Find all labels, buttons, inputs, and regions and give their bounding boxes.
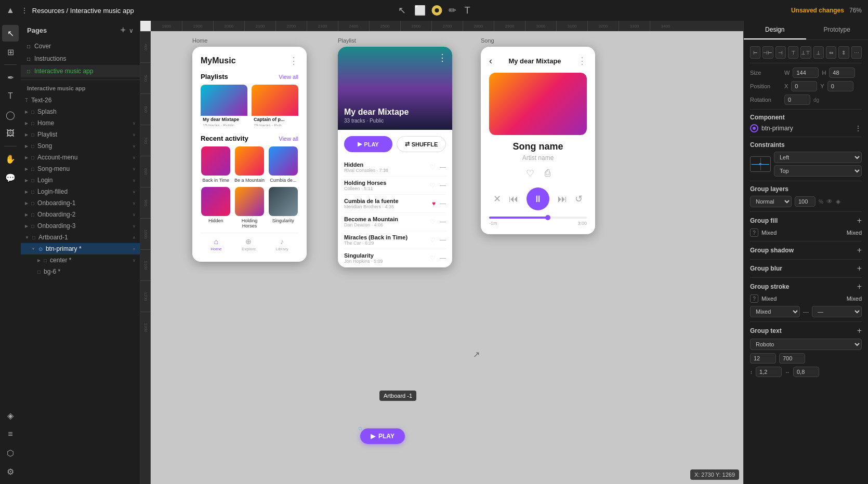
add-stroke-btn[interactable]: + xyxy=(857,282,862,291)
layer-text26[interactable]: T Text-26 xyxy=(21,95,140,106)
recent-item-5[interactable]: Holding Horses xyxy=(234,187,265,228)
recent-view-all[interactable]: View all xyxy=(279,136,298,142)
more-align-btn[interactable]: ⋯ xyxy=(851,46,862,59)
nav-home[interactable]: ⌂ Home xyxy=(211,237,221,251)
layer-center[interactable]: ▶ □ center * ∨ xyxy=(21,254,140,266)
add-text-btn[interactable]: + xyxy=(857,326,862,335)
stroke-position-select[interactable]: — xyxy=(812,306,862,317)
track-item-singularity[interactable]: Singularity Jon Hopkins · 5:09 ♡ — xyxy=(344,249,446,267)
fill-swatch[interactable]: ? xyxy=(750,228,758,237)
component-tool[interactable]: ◈ xyxy=(2,407,19,424)
rewind-btn[interactable]: ⏮ xyxy=(509,194,518,205)
tab-design[interactable]: Design xyxy=(744,21,806,39)
home-menu-dots[interactable]: ⋮ xyxy=(289,55,298,66)
constraint-h-select[interactable]: Left xyxy=(774,152,862,163)
layer-song[interactable]: ▶ □ Song ∨ xyxy=(21,140,140,152)
close-btn[interactable]: ✕ xyxy=(493,193,501,205)
page-item-instructions[interactable]: □ Instructions xyxy=(21,52,140,65)
heart-mountain[interactable]: ♡ xyxy=(430,218,436,225)
hand-tool[interactable]: ✋ xyxy=(2,151,19,167)
back-btn[interactable]: ‹ xyxy=(489,56,492,66)
lock-btn[interactable]: ◈ xyxy=(836,198,840,205)
x-input[interactable] xyxy=(791,81,817,91)
song-header-dots[interactable]: ⋮ xyxy=(577,55,587,66)
nav-explore[interactable]: ⊕ Explore xyxy=(242,237,256,251)
stroke-swatch[interactable]: ? xyxy=(750,294,758,303)
fast-forward-btn[interactable]: ⏭ xyxy=(558,194,567,205)
y-input[interactable] xyxy=(827,81,853,91)
align-center-h-btn[interactable]: ⊣⊢ xyxy=(762,46,773,59)
font-weight-input[interactable] xyxy=(779,353,805,364)
track-item-miracles[interactable]: Miracles (Back in Time) The Car · 6:29 ♡… xyxy=(344,231,446,249)
font-select[interactable]: Roboto xyxy=(750,339,862,350)
rotation-input[interactable] xyxy=(784,95,810,105)
pen-tool[interactable]: ✒ xyxy=(2,69,19,86)
blend-mode-select[interactable]: Normal xyxy=(750,196,792,207)
add-blur-btn[interactable]: + xyxy=(857,264,862,273)
layer-bg6[interactable]: □ bg-6 * xyxy=(21,266,140,277)
heart-singularity[interactable]: ♡ xyxy=(430,254,436,262)
layer-onboarding3[interactable]: ▶ □ Onboarding-3 ∨ xyxy=(21,220,140,232)
progress-track[interactable] xyxy=(489,217,587,219)
repeat-btn[interactable]: ↺ xyxy=(575,193,583,205)
track-item-hidden[interactable]: Hidden Rival Consoles · 7:38 ♡ — xyxy=(344,158,446,177)
add-page-btn[interactable]: + xyxy=(120,25,126,36)
frame-tool[interactable]: ⊞ xyxy=(2,44,19,60)
layer-account-menu[interactable]: ▶ □ Account-menu ∨ xyxy=(21,152,140,163)
component-more-btn[interactable]: ⋮ xyxy=(854,124,862,132)
add-fill-btn[interactable]: + xyxy=(857,216,862,225)
font-size-input[interactable] xyxy=(750,353,776,364)
more-cumbia[interactable]: — xyxy=(440,200,446,207)
text-tool-btn[interactable]: T xyxy=(463,3,472,18)
letter-spacing-input[interactable] xyxy=(793,367,819,377)
page-item-interactive-music[interactable]: □ Interactive music app xyxy=(21,65,140,77)
frame-tool-btn[interactable]: ⬜ xyxy=(412,3,428,18)
heart-horses[interactable]: ♡ xyxy=(430,182,436,189)
track-item-horses[interactable]: Holding Horses Colleen · 5:11 ♡ — xyxy=(344,177,446,195)
settings-tool[interactable]: ⚙ xyxy=(2,463,19,480)
layer-login-filled[interactable]: ▶ □ Login-filled ∨ xyxy=(21,186,140,197)
recent-item-4[interactable]: Hidden xyxy=(201,187,231,228)
page-item-cover[interactable]: □ Cover xyxy=(21,40,140,52)
align-bottom-btn[interactable]: ⊥ xyxy=(813,46,824,59)
more-miracles[interactable]: — xyxy=(440,236,446,244)
layer-song-menu[interactable]: ▶ □ Song-menu ∨ xyxy=(21,163,140,174)
expand-pages-btn[interactable]: ∨ xyxy=(129,27,134,34)
recent-item-3[interactable]: Cumbia de... xyxy=(268,146,298,183)
zoom-control[interactable]: 76% xyxy=(849,7,862,14)
layer-splash[interactable]: ▶ □ Splash xyxy=(21,106,140,117)
playlist-hero-dots[interactable]: ⋮ xyxy=(438,52,447,63)
tab-prototype[interactable]: Prototype xyxy=(806,21,869,39)
artboard-play-btn[interactable]: ▶ PLAY xyxy=(360,428,405,444)
favorite-btn[interactable]: ♡ xyxy=(526,168,534,179)
layer-artboard1[interactable]: ▼ □ Artboard-1 ∧ xyxy=(21,232,140,243)
recent-item-1[interactable]: Back in Time xyxy=(201,146,231,183)
width-input[interactable] xyxy=(793,68,819,78)
comment-tool[interactable]: 💬 xyxy=(2,169,19,186)
stroke-style-select[interactable]: Mixed xyxy=(750,306,800,317)
menu-dots[interactable]: ⋮ xyxy=(21,6,28,15)
play-pause-btn[interactable]: ⏸ xyxy=(527,187,549,210)
more-hidden[interactable]: — xyxy=(440,164,446,171)
distribute-v-btn[interactable]: ⇕ xyxy=(838,46,849,59)
heart-hidden[interactable]: ♡ xyxy=(430,164,436,171)
distribute-h-btn[interactable]: ⇔ xyxy=(826,46,836,59)
playlists-view-all[interactable]: View all xyxy=(279,74,298,80)
layer-home[interactable]: ▶ □ Home ∨ xyxy=(21,117,140,129)
layer-onboarding2[interactable]: ▶ □ Onboarding-2 ∨ xyxy=(21,209,140,220)
pen-tool-btn[interactable]: ✏ xyxy=(446,3,458,18)
line-height-input[interactable] xyxy=(756,367,782,377)
recent-item-2[interactable]: Be a Mountain xyxy=(234,146,265,183)
layers-tool[interactable]: ≡ xyxy=(2,426,19,442)
more-singularity[interactable]: — xyxy=(440,254,446,262)
recent-item-6[interactable]: Singularity xyxy=(268,187,298,228)
align-left-btn[interactable]: ⊢ xyxy=(750,46,760,59)
more-horses[interactable]: — xyxy=(440,182,446,189)
constraint-v-select[interactable]: Top xyxy=(774,165,862,177)
nav-library[interactable]: ♪ Library xyxy=(275,237,288,251)
text-tool[interactable]: T xyxy=(2,88,19,104)
image-tool[interactable]: 🖼 xyxy=(2,125,19,142)
align-center-v-btn[interactable]: ⊥⊤ xyxy=(800,46,811,59)
layer-onboarding1[interactable]: ▶ □ Onboarding-1 ∨ xyxy=(21,197,140,209)
align-right-btn[interactable]: ⊣ xyxy=(775,46,786,59)
